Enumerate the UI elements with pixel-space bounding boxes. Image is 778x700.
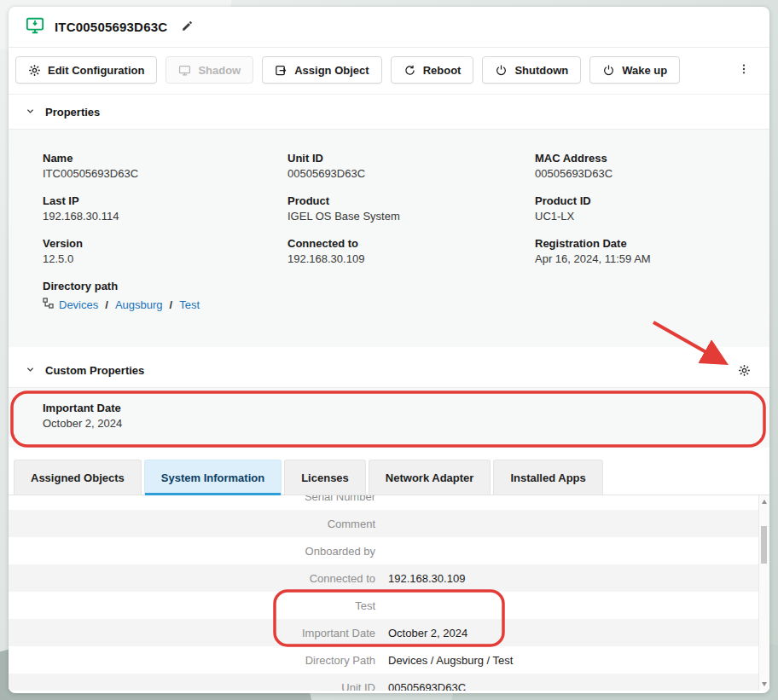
toolbar-button-label: Shadow [198, 64, 241, 77]
shadow-button[interactable]: Shadow [165, 56, 253, 84]
field-label: Product [287, 194, 535, 207]
toolbar-button-label: Wake up [622, 64, 667, 77]
breadcrumb: Devices / Augsburg / Test [43, 298, 756, 311]
toolbar-button-label: Edit Configuration [48, 64, 144, 77]
spacer [9, 448, 769, 460]
property-field-directory-path: Directory path Devices / Augsburg / Test [43, 280, 756, 311]
tab-assigned-objects[interactable]: Assigned Objects [14, 460, 142, 495]
scroll-down-button[interactable] [759, 678, 769, 691]
field-value: ITC00505693D63C [43, 167, 287, 180]
table-row: Onboarded by [9, 537, 769, 564]
row-label: Onboarded by [9, 545, 375, 558]
detail-tabs: Assigned Objects System Information Lice… [9, 460, 769, 495]
breadcrumb-link-augsburg[interactable]: Augsburg [115, 298, 163, 311]
reboot-button[interactable]: Reboot [391, 56, 474, 84]
edit-configuration-button[interactable]: Edit Configuration [15, 56, 157, 84]
kebab-vertical-icon [737, 62, 751, 78]
field-value: 192.168.30.114 [43, 210, 287, 223]
chevron-down-icon [26, 106, 35, 119]
custom-properties-settings-button[interactable] [734, 361, 754, 380]
power-icon [602, 64, 615, 77]
custom-properties-section-header: Custom Properties [9, 353, 769, 388]
row-label: Serial Number [9, 495, 375, 503]
device-detail-card: ITC00505693D63C Edit Configuration Shado… [9, 7, 769, 693]
toolbar-button-label: Shutdown [514, 64, 568, 77]
field-label: Name [43, 152, 287, 165]
properties-section-header: Properties [9, 95, 769, 130]
scrollbar[interactable] [758, 495, 769, 691]
shutdown-button[interactable]: Shutdown [482, 56, 581, 84]
page-title: ITC00505693D63C [55, 20, 167, 34]
property-field-mac-address: MAC Address 00505693D63C [535, 152, 756, 180]
table-row: Important Date October 2, 2024 [9, 619, 769, 646]
field-value: Apr 16, 2024, 11:59 AM [535, 252, 756, 265]
row-label: Unit ID [9, 681, 375, 691]
table-row: Comment [9, 510, 769, 537]
assign-object-button[interactable]: Assign Object [262, 56, 381, 84]
field-value: UC1-LX [535, 210, 756, 223]
table-rows: Serial Number Comment Onboarded by Conne… [9, 495, 769, 691]
field-value: 00505693D63C [535, 167, 756, 180]
section-title: Custom Properties [45, 364, 144, 377]
tab-licenses[interactable]: Licenses [284, 460, 366, 495]
property-field-connected-to: Connected to 192.168.30.109 [287, 237, 535, 265]
breadcrumb-link-test[interactable]: Test [179, 298, 200, 311]
scroll-up-button[interactable] [759, 495, 769, 508]
field-value: 00505693D63C [287, 167, 535, 180]
field-value: 192.168.30.109 [287, 252, 535, 265]
custom-properties-panel: Important Date October 2, 2024 [9, 388, 769, 448]
section-title: Properties [45, 106, 100, 119]
field-label: Important Date [43, 402, 756, 414]
spacer [9, 347, 769, 353]
breadcrumb-separator: / [170, 298, 173, 311]
breadcrumb-link-devices[interactable]: Devices [59, 298, 98, 311]
more-actions-button[interactable] [734, 59, 754, 82]
power-icon [495, 64, 508, 77]
properties-panel: Name ITC00505693D63C Unit ID 00505693D63… [9, 130, 769, 347]
action-toolbar: Edit Configuration Shadow Assign Object … [9, 48, 769, 95]
property-field-unit-id: Unit ID 00505693D63C [287, 152, 535, 180]
scroll-thumb[interactable] [761, 526, 767, 564]
custom-property-field: Important Date October 2, 2024 [43, 402, 756, 430]
field-label: Product ID [535, 194, 756, 207]
row-value: Devices / Augsburg / Test [388, 654, 513, 667]
system-information-table: Serial Number Comment Onboarded by Conne… [9, 495, 769, 691]
table-row: Directory Path Devices / Augsburg / Test [9, 646, 769, 674]
field-label: Unit ID [287, 152, 535, 165]
row-value: October 2, 2024 [388, 627, 467, 639]
property-field-product: Product IGEL OS Base System [287, 194, 535, 223]
field-label: Last IP [43, 194, 287, 207]
property-field-registration-date: Registration Date Apr 16, 2024, 11:59 AM [535, 237, 756, 265]
restart-icon [404, 64, 416, 77]
tab-network-adapter[interactable]: Network Adapter [369, 460, 491, 495]
field-value: October 2, 2024 [43, 417, 756, 430]
field-label: Directory path [43, 280, 756, 292]
row-value: 00505693D63C [388, 681, 466, 691]
toolbar-button-label: Assign Object [294, 64, 369, 77]
tab-system-information[interactable]: System Information [144, 460, 282, 495]
assign-box-arrow-icon [275, 64, 287, 77]
row-value: 192.168.30.109 [388, 572, 465, 585]
device-icon [26, 16, 44, 38]
edit-name-button[interactable] [177, 16, 197, 38]
property-field-last-ip: Last IP 192.168.30.114 [43, 194, 287, 223]
row-label: Connected to [9, 572, 375, 585]
pencil-icon [181, 20, 194, 35]
field-label: Version [43, 237, 287, 250]
gear-icon [28, 64, 41, 77]
collapse-custom-properties-button[interactable] [24, 362, 37, 379]
field-value: 12.5.0 [43, 252, 287, 265]
tree-icon [43, 298, 54, 311]
wake-up-button[interactable]: Wake up [589, 56, 680, 84]
row-label: Comment [9, 518, 375, 530]
row-label: Directory Path [9, 654, 375, 667]
property-field-name: Name ITC00505693D63C [43, 152, 287, 180]
field-label: Connected to [287, 237, 535, 250]
table-row: Connected to 192.168.30.109 [9, 564, 769, 592]
gear-icon [738, 364, 751, 377]
field-label: Registration Date [535, 237, 756, 250]
tab-installed-apps[interactable]: Installed Apps [493, 460, 602, 495]
table-row: Unit ID 00505693D63C [9, 674, 769, 691]
collapse-properties-button[interactable] [24, 104, 37, 120]
field-label: MAC Address [535, 152, 756, 165]
